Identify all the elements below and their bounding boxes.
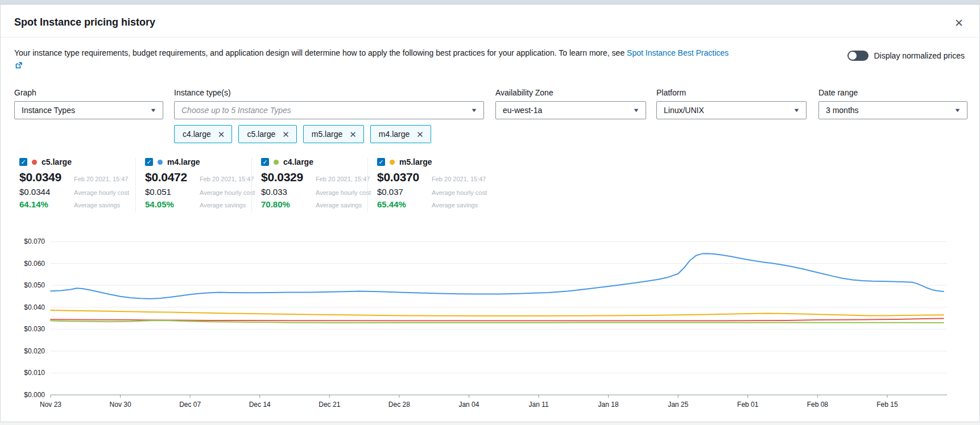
spot-price-history-chart: $0.000$0.010$0.020$0.030$0.040$0.050$0.0… <box>14 227 958 415</box>
toggle-knob <box>849 52 857 60</box>
chevron-down-icon: ▼ <box>150 107 156 113</box>
chip-label: m5.large <box>312 130 342 139</box>
average-price: $0.0344 <box>19 187 69 197</box>
legend-card-c5-large: ✓ c5.large $0.0349Feb 20 2021, 15:47 $0.… <box>19 157 135 212</box>
series-color-dot <box>32 160 37 165</box>
check-icon: ✓ <box>146 159 151 165</box>
svg-text:Feb 08: Feb 08 <box>807 401 829 409</box>
price-timestamp: Feb 20 2021, 15:47 <box>432 176 486 182</box>
current-price: $0.0472 <box>145 170 195 184</box>
series-color-dot <box>158 160 163 165</box>
graph-select[interactable]: Instance Types ▼ <box>14 101 163 119</box>
average-savings: 54.05% <box>145 199 195 209</box>
platform-select[interactable]: Linux/UNIX ▼ <box>656 101 807 119</box>
remove-chip-icon[interactable]: ✕ <box>349 130 357 139</box>
svg-text:Jan 18: Jan 18 <box>598 401 619 409</box>
chip-m4-large[interactable]: m4.large ✕ <box>370 125 431 143</box>
current-price: $0.0329 <box>261 170 311 184</box>
modal-title: Spot Instance pricing history <box>14 16 966 28</box>
selected-instance-chips: c4.large ✕ c5.large ✕ m5.large ✕ m4.larg… <box>174 125 484 143</box>
average-price: $0.051 <box>145 187 195 197</box>
svg-text:Jan 04: Jan 04 <box>458 401 479 409</box>
legend-cards: ✓ c5.large $0.0349Feb 20 2021, 15:47 $0.… <box>14 157 966 212</box>
graph-select-value: Instance Types <box>22 106 75 115</box>
instance-types-placeholder: Choose up to 5 Instance Types <box>181 106 291 115</box>
average-savings: 70.80% <box>261 199 311 209</box>
background-page-top-edge <box>0 0 980 5</box>
platform-label: Platform <box>656 88 807 97</box>
date-range-label: Date range <box>818 88 967 97</box>
average-savings: 64.14% <box>19 199 69 209</box>
description-text: Your instance type requirements, budget … <box>14 47 737 72</box>
price-timestamp: Feb 20 2021, 15:47 <box>200 176 254 182</box>
svg-text:$0.030: $0.030 <box>24 326 45 334</box>
chevron-down-icon: ▼ <box>632 107 639 113</box>
legend-card-m5-large: ✓ m5.large $0.0370Feb 20 2021, 15:47 $0.… <box>367 157 483 212</box>
svg-text:Jan 11: Jan 11 <box>528 401 548 409</box>
platform-value: Linux/UNIX <box>664 106 704 115</box>
chip-label: c5.large <box>247 130 275 139</box>
average-savings-label: Average savings <box>200 202 246 209</box>
legend-checkbox[interactable]: ✓ <box>377 158 385 166</box>
chip-label: c4.large <box>183 130 211 139</box>
date-range-value: 3 months <box>826 106 859 115</box>
legend-card-m4-large: ✓ m4.large $0.0472Feb 20 2021, 15:47 $0.… <box>135 157 251 212</box>
instance-name: c5.large <box>42 157 72 166</box>
svg-text:$0.060: $0.060 <box>24 260 45 268</box>
check-icon: ✓ <box>378 159 383 165</box>
check-icon: ✓ <box>262 159 267 165</box>
svg-text:$0.040: $0.040 <box>24 303 45 311</box>
current-price: $0.0349 <box>19 170 69 184</box>
instance-types-label: Instance type(s) <box>174 88 484 97</box>
average-savings-label: Average savings <box>316 202 362 209</box>
normalized-prices-toggle[interactable] <box>847 51 869 61</box>
normalized-prices-toggle-label: Display normalized prices <box>874 51 965 60</box>
chevron-down-icon: ▼ <box>954 107 961 113</box>
remove-chip-icon[interactable]: ✕ <box>416 130 424 139</box>
svg-text:$0.070: $0.070 <box>24 238 45 245</box>
instance-name: c4.large <box>283 157 313 166</box>
check-icon: ✓ <box>20 159 26 165</box>
legend-checkbox[interactable]: ✓ <box>19 158 27 166</box>
graph-label: Graph <box>14 88 163 97</box>
availability-zone-select[interactable]: eu-west-1a ▼ <box>495 101 646 119</box>
chip-m5-large[interactable]: m5.large ✕ <box>303 125 364 143</box>
svg-text:$0.050: $0.050 <box>24 282 45 290</box>
svg-text:Dec 21: Dec 21 <box>319 401 340 409</box>
chip-c5-large[interactable]: c5.large ✕ <box>238 125 296 143</box>
instance-types-input[interactable]: Choose up to 5 Instance Types ▼ <box>174 101 484 119</box>
series-color-dot <box>274 160 279 165</box>
price-timestamp: Feb 20 2021, 15:47 <box>74 176 129 182</box>
external-link-icon <box>15 60 22 73</box>
average-savings-label: Average savings <box>432 202 478 209</box>
legend-checkbox[interactable]: ✓ <box>261 158 269 166</box>
series-color-dot <box>390 160 395 165</box>
legend-checkbox[interactable]: ✓ <box>145 158 153 166</box>
spot-best-practices-link[interactable]: Spot Instance Best Practices <box>627 48 729 57</box>
availability-zone-value: eu-west-1a <box>503 106 542 115</box>
price-timestamp: Feb 20 2021, 15:47 <box>316 176 370 182</box>
modal-header: Spot Instance pricing history ✕ <box>1 5 979 38</box>
description-body: Your instance type requirements, budget … <box>14 48 627 57</box>
remove-chip-icon[interactable]: ✕ <box>282 130 290 139</box>
average-price-label: Average hourly cost <box>432 189 487 196</box>
chip-label: m4.large <box>379 130 410 139</box>
average-price: $0.033 <box>261 187 311 197</box>
svg-text:$0.000: $0.000 <box>24 391 45 399</box>
chip-c4-large[interactable]: c4.large ✕ <box>174 125 232 143</box>
chevron-down-icon: ▼ <box>470 107 477 113</box>
instance-name: m5.large <box>399 157 432 166</box>
svg-text:Feb 15: Feb 15 <box>876 401 898 409</box>
svg-text:$0.010: $0.010 <box>24 369 45 377</box>
availability-zone-label: Availability Zone <box>495 88 646 97</box>
svg-text:$0.020: $0.020 <box>24 347 45 355</box>
chevron-down-icon: ▼ <box>793 107 800 113</box>
instance-name: m4.large <box>167 157 200 166</box>
svg-text:Dec 14: Dec 14 <box>249 401 271 409</box>
date-range-select[interactable]: 3 months ▼ <box>818 101 967 119</box>
average-savings-label: Average savings <box>74 202 129 209</box>
remove-chip-icon[interactable]: ✕ <box>218 130 225 139</box>
background-page-bottom-edge <box>0 422 980 425</box>
close-icon[interactable]: ✕ <box>951 15 967 31</box>
svg-text:Nov 23: Nov 23 <box>40 401 61 409</box>
